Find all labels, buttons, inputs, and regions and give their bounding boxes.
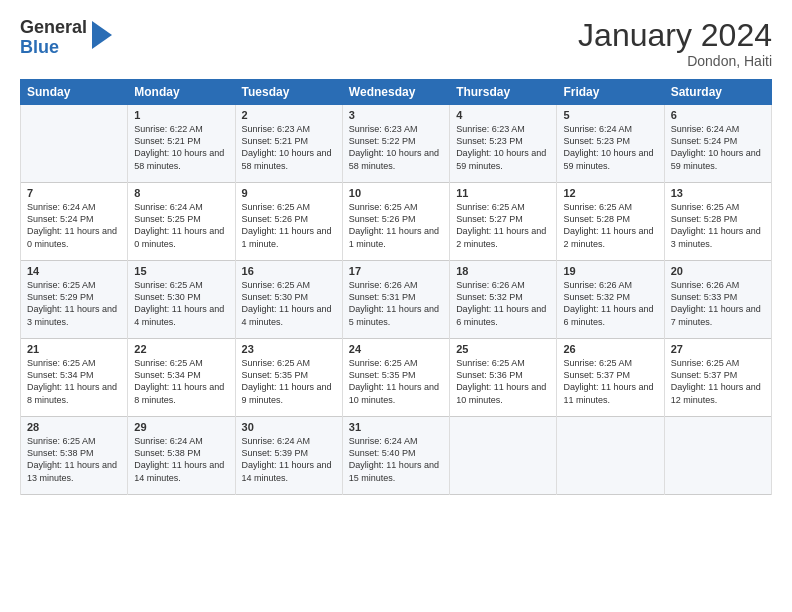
day-number: 23 [242,343,336,355]
cell-w3-d4: 25Sunrise: 6:25 AMSunset: 5:36 PMDayligh… [450,339,557,417]
cell-content: Sunrise: 6:25 AMSunset: 5:28 PMDaylight:… [671,201,765,250]
col-sunday: Sunday [21,80,128,105]
day-number: 11 [456,187,550,199]
col-friday: Friday [557,80,664,105]
cell-w2-d5: 19Sunrise: 6:26 AMSunset: 5:32 PMDayligh… [557,261,664,339]
cell-content: Sunrise: 6:25 AMSunset: 5:36 PMDaylight:… [456,357,550,406]
cell-content: Sunrise: 6:24 AMSunset: 5:25 PMDaylight:… [134,201,228,250]
cell-content: Sunrise: 6:25 AMSunset: 5:37 PMDaylight:… [671,357,765,406]
cell-content: Sunrise: 6:24 AMSunset: 5:40 PMDaylight:… [349,435,443,484]
cell-content: Sunrise: 6:25 AMSunset: 5:30 PMDaylight:… [134,279,228,328]
cell-w3-d0: 21Sunrise: 6:25 AMSunset: 5:34 PMDayligh… [21,339,128,417]
col-saturday: Saturday [664,80,771,105]
cell-w1-d0: 7Sunrise: 6:24 AMSunset: 5:24 PMDaylight… [21,183,128,261]
cell-content: Sunrise: 6:23 AMSunset: 5:21 PMDaylight:… [242,123,336,172]
day-number: 20 [671,265,765,277]
day-number: 18 [456,265,550,277]
cell-w0-d1: 1Sunrise: 6:22 AMSunset: 5:21 PMDaylight… [128,105,235,183]
cell-w2-d0: 14Sunrise: 6:25 AMSunset: 5:29 PMDayligh… [21,261,128,339]
cell-w1-d5: 12Sunrise: 6:25 AMSunset: 5:28 PMDayligh… [557,183,664,261]
svg-marker-0 [92,21,112,49]
cell-w2-d1: 15Sunrise: 6:25 AMSunset: 5:30 PMDayligh… [128,261,235,339]
calendar-table: Sunday Monday Tuesday Wednesday Thursday… [20,79,772,495]
day-number: 6 [671,109,765,121]
header: General Blue January 2024 Dondon, Haiti [20,18,772,69]
day-number: 13 [671,187,765,199]
page: General Blue January 2024 Dondon, Haiti … [0,0,792,612]
cell-w0-d5: 5Sunrise: 6:24 AMSunset: 5:23 PMDaylight… [557,105,664,183]
title-block: January 2024 Dondon, Haiti [578,18,772,69]
cell-content: Sunrise: 6:24 AMSunset: 5:38 PMDaylight:… [134,435,228,484]
day-number: 27 [671,343,765,355]
day-number: 26 [563,343,657,355]
cell-content: Sunrise: 6:24 AMSunset: 5:39 PMDaylight:… [242,435,336,484]
col-wednesday: Wednesday [342,80,449,105]
day-number: 5 [563,109,657,121]
day-number: 15 [134,265,228,277]
day-number: 8 [134,187,228,199]
logo-general: General [20,18,87,38]
day-number: 16 [242,265,336,277]
cell-content: Sunrise: 6:25 AMSunset: 5:26 PMDaylight:… [242,201,336,250]
cell-content: Sunrise: 6:25 AMSunset: 5:35 PMDaylight:… [242,357,336,406]
month-title: January 2024 [578,18,772,53]
day-number: 22 [134,343,228,355]
cell-content: Sunrise: 6:22 AMSunset: 5:21 PMDaylight:… [134,123,228,172]
header-row: Sunday Monday Tuesday Wednesday Thursday… [21,80,772,105]
cell-w1-d2: 9Sunrise: 6:25 AMSunset: 5:26 PMDaylight… [235,183,342,261]
day-number: 9 [242,187,336,199]
cell-w4-d1: 29Sunrise: 6:24 AMSunset: 5:38 PMDayligh… [128,417,235,495]
cell-content: Sunrise: 6:25 AMSunset: 5:34 PMDaylight:… [134,357,228,406]
cell-w2-d6: 20Sunrise: 6:26 AMSunset: 5:33 PMDayligh… [664,261,771,339]
cell-content: Sunrise: 6:25 AMSunset: 5:38 PMDaylight:… [27,435,121,484]
cell-w1-d3: 10Sunrise: 6:25 AMSunset: 5:26 PMDayligh… [342,183,449,261]
logo-blue: Blue [20,38,87,58]
cell-content: Sunrise: 6:25 AMSunset: 5:26 PMDaylight:… [349,201,443,250]
col-thursday: Thursday [450,80,557,105]
cell-content: Sunrise: 6:23 AMSunset: 5:23 PMDaylight:… [456,123,550,172]
week-row-2: 14Sunrise: 6:25 AMSunset: 5:29 PMDayligh… [21,261,772,339]
cell-w3-d6: 27Sunrise: 6:25 AMSunset: 5:37 PMDayligh… [664,339,771,417]
day-number: 29 [134,421,228,433]
day-number: 31 [349,421,443,433]
cell-w3-d5: 26Sunrise: 6:25 AMSunset: 5:37 PMDayligh… [557,339,664,417]
cell-content: Sunrise: 6:25 AMSunset: 5:37 PMDaylight:… [563,357,657,406]
day-number: 21 [27,343,121,355]
day-number: 28 [27,421,121,433]
cell-content: Sunrise: 6:24 AMSunset: 5:23 PMDaylight:… [563,123,657,172]
cell-w2-d2: 16Sunrise: 6:25 AMSunset: 5:30 PMDayligh… [235,261,342,339]
cell-content: Sunrise: 6:23 AMSunset: 5:22 PMDaylight:… [349,123,443,172]
week-row-4: 28Sunrise: 6:25 AMSunset: 5:38 PMDayligh… [21,417,772,495]
cell-w4-d5 [557,417,664,495]
cell-w0-d6: 6Sunrise: 6:24 AMSunset: 5:24 PMDaylight… [664,105,771,183]
cell-content: Sunrise: 6:25 AMSunset: 5:35 PMDaylight:… [349,357,443,406]
cell-w1-d1: 8Sunrise: 6:24 AMSunset: 5:25 PMDaylight… [128,183,235,261]
day-number: 12 [563,187,657,199]
cell-w4-d2: 30Sunrise: 6:24 AMSunset: 5:39 PMDayligh… [235,417,342,495]
cell-w4-d4 [450,417,557,495]
day-number: 2 [242,109,336,121]
day-number: 4 [456,109,550,121]
logo-text: General Blue [20,18,87,58]
day-number: 14 [27,265,121,277]
cell-w3-d1: 22Sunrise: 6:25 AMSunset: 5:34 PMDayligh… [128,339,235,417]
cell-w0-d2: 2Sunrise: 6:23 AMSunset: 5:21 PMDaylight… [235,105,342,183]
cell-content: Sunrise: 6:26 AMSunset: 5:33 PMDaylight:… [671,279,765,328]
week-row-3: 21Sunrise: 6:25 AMSunset: 5:34 PMDayligh… [21,339,772,417]
week-row-1: 7Sunrise: 6:24 AMSunset: 5:24 PMDaylight… [21,183,772,261]
cell-content: Sunrise: 6:25 AMSunset: 5:34 PMDaylight:… [27,357,121,406]
cell-w1-d6: 13Sunrise: 6:25 AMSunset: 5:28 PMDayligh… [664,183,771,261]
day-number: 30 [242,421,336,433]
cell-w3-d3: 24Sunrise: 6:25 AMSunset: 5:35 PMDayligh… [342,339,449,417]
cell-content: Sunrise: 6:26 AMSunset: 5:32 PMDaylight:… [456,279,550,328]
cell-w1-d4: 11Sunrise: 6:25 AMSunset: 5:27 PMDayligh… [450,183,557,261]
cell-w2-d3: 17Sunrise: 6:26 AMSunset: 5:31 PMDayligh… [342,261,449,339]
cell-w0-d4: 4Sunrise: 6:23 AMSunset: 5:23 PMDaylight… [450,105,557,183]
logo-icon [90,21,112,49]
cell-content: Sunrise: 6:24 AMSunset: 5:24 PMDaylight:… [27,201,121,250]
day-number: 7 [27,187,121,199]
day-number: 3 [349,109,443,121]
day-number: 10 [349,187,443,199]
cell-content: Sunrise: 6:25 AMSunset: 5:29 PMDaylight:… [27,279,121,328]
week-row-0: 1Sunrise: 6:22 AMSunset: 5:21 PMDaylight… [21,105,772,183]
